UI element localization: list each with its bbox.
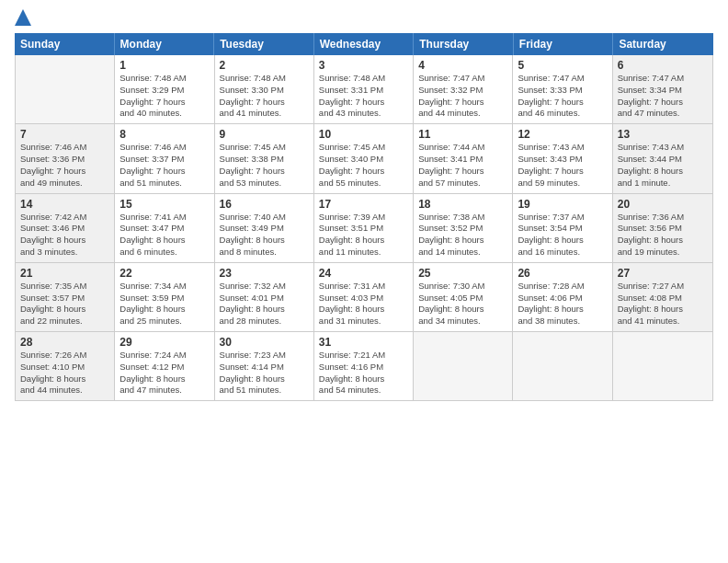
day-info: Sunrise: 7:41 AMSunset: 3:47 PMDaylight:… (119, 212, 209, 259)
day-number: 11 (418, 128, 507, 141)
day-number: 23 (220, 267, 309, 280)
day-info: Sunrise: 7:46 AMSunset: 3:36 PMDaylight:… (20, 142, 109, 189)
day-info: Sunrise: 7:31 AMSunset: 4:03 PMDaylight:… (319, 281, 408, 327)
day-info: Sunrise: 7:48 AMSunset: 3:30 PMDaylight:… (220, 73, 309, 120)
calendar-cell: 23Sunrise: 7:32 AMSunset: 4:01 PMDayligh… (215, 263, 314, 331)
logo-triangle-icon (15, 9, 31, 26)
calendar-cell: 5Sunrise: 7:47 AMSunset: 3:33 PMDaylight… (513, 55, 612, 123)
day-number: 5 (518, 59, 607, 72)
calendar-row: 14Sunrise: 7:42 AMSunset: 3:46 PMDayligh… (16, 194, 712, 263)
calendar-cell: 19Sunrise: 7:37 AMSunset: 3:54 PMDayligh… (513, 194, 612, 262)
day-number: 7 (20, 128, 109, 141)
calendar-cell: 13Sunrise: 7:43 AMSunset: 3:44 PMDayligh… (613, 124, 712, 192)
day-info: Sunrise: 7:48 AMSunset: 3:29 PMDaylight:… (119, 73, 209, 120)
cal-header-day: Wednesday (314, 33, 415, 55)
day-number: 4 (418, 59, 507, 72)
calendar-cell: 22Sunrise: 7:34 AMSunset: 3:59 PMDayligh… (115, 263, 214, 331)
calendar-cell (513, 332, 612, 400)
day-info: Sunrise: 7:32 AMSunset: 4:01 PMDaylight:… (220, 281, 309, 327)
day-info: Sunrise: 7:44 AMSunset: 3:41 PMDaylight:… (418, 142, 507, 189)
cal-header-day: Tuesday (214, 33, 314, 55)
calendar-row: 28Sunrise: 7:26 AMSunset: 4:10 PMDayligh… (16, 332, 712, 400)
calendar-cell: 15Sunrise: 7:41 AMSunset: 3:47 PMDayligh… (115, 194, 214, 262)
calendar-cell (414, 332, 513, 400)
calendar-cell: 24Sunrise: 7:31 AMSunset: 4:03 PMDayligh… (314, 263, 414, 331)
cal-header-day: Saturday (613, 33, 713, 55)
calendar-cell: 20Sunrise: 7:36 AMSunset: 3:56 PMDayligh… (613, 194, 712, 262)
page: SundayMondayTuesdayWednesdayThursdayFrid… (0, 0, 728, 563)
day-info: Sunrise: 7:30 AMSunset: 4:05 PMDaylight:… (418, 281, 507, 327)
day-number: 17 (319, 198, 408, 211)
day-info: Sunrise: 7:21 AMSunset: 4:16 PMDaylight:… (319, 350, 408, 396)
day-number: 12 (518, 128, 607, 141)
day-info: Sunrise: 7:45 AMSunset: 3:38 PMDaylight:… (220, 142, 309, 189)
calendar-cell: 27Sunrise: 7:27 AMSunset: 4:08 PMDayligh… (613, 263, 712, 331)
day-info: Sunrise: 7:47 AMSunset: 3:33 PMDaylight:… (518, 73, 607, 120)
day-number: 22 (119, 267, 209, 280)
day-info: Sunrise: 7:43 AMSunset: 3:44 PMDaylight:… (618, 142, 708, 189)
header (15, 13, 713, 26)
calendar-cell: 16Sunrise: 7:40 AMSunset: 3:49 PMDayligh… (215, 194, 314, 262)
calendar-cell: 12Sunrise: 7:43 AMSunset: 3:43 PMDayligh… (513, 124, 612, 192)
day-info: Sunrise: 7:39 AMSunset: 3:51 PMDaylight:… (319, 212, 408, 259)
day-number: 15 (119, 198, 209, 211)
day-info: Sunrise: 7:42 AMSunset: 3:46 PMDaylight:… (20, 212, 109, 259)
day-number: 8 (119, 128, 209, 141)
day-number: 25 (418, 267, 507, 280)
calendar-row: 21Sunrise: 7:35 AMSunset: 3:57 PMDayligh… (16, 263, 712, 332)
calendar-cell: 21Sunrise: 7:35 AMSunset: 3:57 PMDayligh… (16, 263, 115, 331)
day-number: 14 (20, 198, 109, 211)
day-info: Sunrise: 7:45 AMSunset: 3:40 PMDaylight:… (319, 142, 408, 189)
day-info: Sunrise: 7:47 AMSunset: 3:32 PMDaylight:… (418, 73, 507, 120)
day-info: Sunrise: 7:24 AMSunset: 4:12 PMDaylight:… (119, 350, 209, 396)
day-info: Sunrise: 7:35 AMSunset: 3:57 PMDaylight:… (20, 281, 109, 327)
calendar-cell: 10Sunrise: 7:45 AMSunset: 3:40 PMDayligh… (314, 124, 414, 192)
day-number: 27 (618, 267, 708, 280)
logo (15, 13, 31, 26)
day-info: Sunrise: 7:34 AMSunset: 3:59 PMDaylight:… (119, 281, 209, 327)
calendar-cell: 3Sunrise: 7:48 AMSunset: 3:31 PMDaylight… (314, 55, 414, 123)
calendar-cell: 31Sunrise: 7:21 AMSunset: 4:16 PMDayligh… (314, 332, 414, 400)
day-info: Sunrise: 7:36 AMSunset: 3:56 PMDaylight:… (618, 212, 708, 259)
calendar-cell: 7Sunrise: 7:46 AMSunset: 3:36 PMDaylight… (16, 124, 115, 192)
calendar-cell (16, 55, 115, 123)
calendar-cell: 30Sunrise: 7:23 AMSunset: 4:14 PMDayligh… (215, 332, 314, 400)
calendar-cell (613, 332, 712, 400)
cal-header-day: Thursday (414, 33, 514, 55)
day-number: 13 (618, 128, 708, 141)
day-number: 2 (220, 59, 309, 72)
day-number: 3 (319, 59, 408, 72)
day-info: Sunrise: 7:27 AMSunset: 4:08 PMDaylight:… (618, 281, 708, 327)
calendar-row: 7Sunrise: 7:46 AMSunset: 3:36 PMDaylight… (16, 124, 712, 193)
day-info: Sunrise: 7:37 AMSunset: 3:54 PMDaylight:… (518, 212, 607, 259)
day-number: 29 (119, 336, 209, 349)
calendar-body: 1Sunrise: 7:48 AMSunset: 3:29 PMDaylight… (15, 55, 713, 401)
logo-text (15, 13, 31, 26)
calendar-cell: 8Sunrise: 7:46 AMSunset: 3:37 PMDaylight… (115, 124, 214, 192)
calendar-row: 1Sunrise: 7:48 AMSunset: 3:29 PMDaylight… (16, 55, 712, 124)
day-info: Sunrise: 7:46 AMSunset: 3:37 PMDaylight:… (119, 142, 209, 189)
day-number: 30 (220, 336, 309, 349)
day-number: 1 (119, 59, 209, 72)
calendar-cell: 11Sunrise: 7:44 AMSunset: 3:41 PMDayligh… (414, 124, 513, 192)
calendar-cell: 2Sunrise: 7:48 AMSunset: 3:30 PMDaylight… (215, 55, 314, 123)
calendar-cell: 6Sunrise: 7:47 AMSunset: 3:34 PMDaylight… (613, 55, 712, 123)
day-number: 31 (319, 336, 408, 349)
day-info: Sunrise: 7:23 AMSunset: 4:14 PMDaylight:… (220, 350, 309, 396)
day-number: 26 (518, 267, 607, 280)
calendar-cell: 29Sunrise: 7:24 AMSunset: 4:12 PMDayligh… (115, 332, 214, 400)
day-info: Sunrise: 7:43 AMSunset: 3:43 PMDaylight:… (518, 142, 607, 189)
svg-marker-0 (15, 9, 31, 26)
calendar-cell: 18Sunrise: 7:38 AMSunset: 3:52 PMDayligh… (414, 194, 513, 262)
day-number: 19 (518, 198, 607, 211)
calendar-header: SundayMondayTuesdayWednesdayThursdayFrid… (15, 33, 713, 55)
day-info: Sunrise: 7:40 AMSunset: 3:49 PMDaylight:… (220, 212, 309, 259)
day-info: Sunrise: 7:47 AMSunset: 3:34 PMDaylight:… (618, 73, 708, 120)
logo-icon (15, 9, 31, 26)
day-number: 10 (319, 128, 408, 141)
calendar: SundayMondayTuesdayWednesdayThursdayFrid… (15, 33, 713, 554)
cal-header-day: Sunday (15, 33, 115, 55)
day-number: 28 (20, 336, 109, 349)
calendar-cell: 28Sunrise: 7:26 AMSunset: 4:10 PMDayligh… (16, 332, 115, 400)
day-number: 9 (220, 128, 309, 141)
